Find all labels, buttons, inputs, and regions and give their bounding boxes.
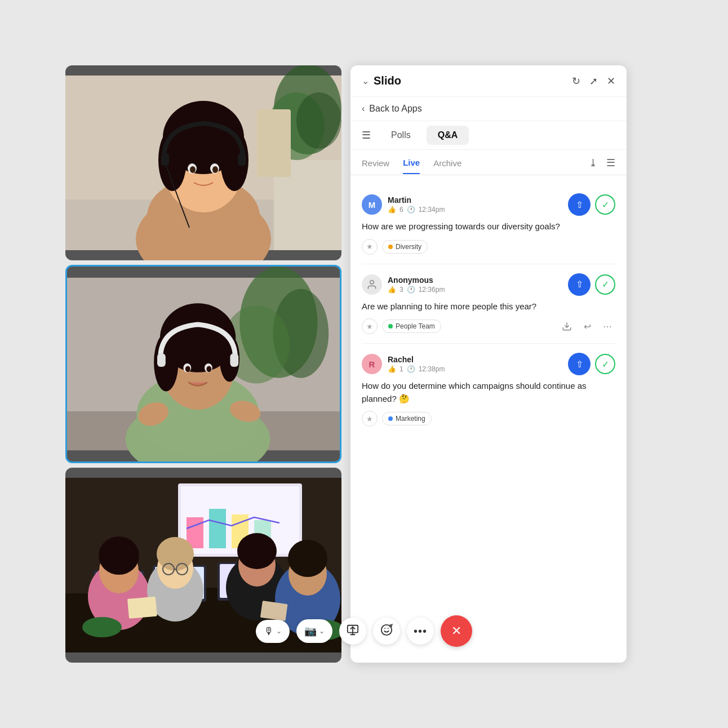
like-count: 6 xyxy=(399,206,403,214)
bottom-toolbar: 🎙 ⌄ 📷 ⌄ xyxy=(65,604,663,663)
svg-point-16 xyxy=(190,166,196,173)
svg-rect-47 xyxy=(209,509,226,548)
tab-polls[interactable]: Polls xyxy=(380,126,422,145)
svg-line-87 xyxy=(392,624,393,625)
svg-rect-39 xyxy=(157,353,166,367)
avatar: R xyxy=(362,354,382,374)
svg-point-5 xyxy=(296,92,341,149)
clock-icon: 🕐 xyxy=(407,206,415,214)
tag-dot xyxy=(388,245,393,249)
tag-label: People Team xyxy=(396,322,435,330)
sub-tab-review[interactable]: Review xyxy=(362,158,389,174)
expand-icon[interactable]: ⌄ xyxy=(362,76,369,86)
user-name: Anonymous xyxy=(388,276,445,285)
camera-button[interactable]: 📷 ⌄ xyxy=(296,619,332,643)
check-button[interactable]: ✓ xyxy=(595,274,615,295)
tag: Diversity xyxy=(382,240,428,254)
tag-label: Marketing xyxy=(396,415,425,423)
question-text: How do you determine which campaigns sho… xyxy=(362,380,615,405)
more-options-button[interactable]: ••• xyxy=(407,618,434,645)
star-button[interactable]: ★ xyxy=(362,318,378,334)
tag: People Team xyxy=(382,319,441,333)
like-icon: 👍 xyxy=(388,365,396,373)
upvote-button[interactable]: ⇧ xyxy=(568,353,591,375)
like-icon: 👍 xyxy=(388,286,396,294)
time-stamp: 12:38pm xyxy=(419,365,445,373)
mic-chevron-icon: ⌄ xyxy=(276,627,282,635)
check-button[interactable]: ✓ xyxy=(595,194,615,215)
svg-point-17 xyxy=(212,166,218,173)
video-tile-1 xyxy=(65,65,341,260)
avatar: M xyxy=(362,194,382,215)
svg-point-66 xyxy=(237,533,277,569)
svg-point-37 xyxy=(185,366,190,372)
download-icon[interactable]: ⤓ xyxy=(589,157,597,169)
end-call-icon: ✕ xyxy=(451,624,461,638)
svg-point-63 xyxy=(157,537,194,571)
star-button[interactable]: ★ xyxy=(362,239,378,255)
upvote-button[interactable]: ⇧ xyxy=(568,193,591,216)
close-icon[interactable]: ✕ xyxy=(607,75,615,87)
svg-point-69 xyxy=(288,540,327,577)
qa-item: Anonymous 👍 3 🕐 12:36pm ⇧ ✓ xyxy=(362,264,615,344)
video-tile-2 xyxy=(65,265,341,463)
back-label: Back to Apps xyxy=(369,104,421,114)
time-stamp: 12:34pm xyxy=(419,206,445,214)
more-icon[interactable]: ⋯ xyxy=(600,318,615,334)
app-title: Slido xyxy=(374,74,401,87)
avatar xyxy=(362,274,382,295)
question-text: Are we planning to hire more people this… xyxy=(362,300,615,313)
question-text: How are we progressing towards our diver… xyxy=(362,220,615,233)
back-arrow-icon: ‹ xyxy=(362,104,365,114)
refresh-icon[interactable]: ↻ xyxy=(572,75,580,87)
share-icon xyxy=(347,624,359,639)
user-meta: 👍 6 🕐 12:34pm xyxy=(388,206,445,214)
like-icon: 👍 xyxy=(388,206,396,214)
camera-chevron-icon: ⌄ xyxy=(319,627,325,635)
star-button[interactable]: ★ xyxy=(362,411,378,427)
filter-icon[interactable]: ☰ xyxy=(606,157,615,169)
svg-point-38 xyxy=(206,366,211,372)
qa-list: M Martin 👍 6 🕐 12:34pm ⇧ xyxy=(350,175,627,663)
share-screen-button[interactable] xyxy=(339,618,366,645)
qa-item: R Rachel 👍 1 🕐 12:38pm ⇧ xyxy=(362,344,615,436)
sub-tab-live[interactable]: Live xyxy=(403,158,420,174)
sub-tab-archive[interactable]: Archive xyxy=(433,158,461,174)
emoji-icon xyxy=(380,624,393,639)
user-name: Martin xyxy=(388,196,445,205)
sub-tab-bar: Review Live Archive ⤓ ☰ xyxy=(350,150,627,175)
svg-rect-6 xyxy=(257,109,291,177)
clock-icon: 🕐 xyxy=(407,365,415,373)
svg-rect-40 xyxy=(230,353,238,367)
qa-item: M Martin 👍 6 🕐 12:34pm ⇧ xyxy=(362,184,615,264)
end-call-button[interactable]: ✕ xyxy=(441,615,472,647)
slido-header: ⌄ Slido ↻ ➚ ✕ xyxy=(350,65,627,97)
back-nav[interactable]: ‹ Back to Apps xyxy=(350,97,627,121)
upvote-button[interactable]: ⇧ xyxy=(568,273,591,296)
more-icon: ••• xyxy=(414,625,427,638)
tag-dot xyxy=(388,416,393,421)
tab-bar: ☰ Polls Q&A xyxy=(350,121,627,150)
camera-icon: 📷 xyxy=(304,625,317,637)
mic-icon: 🎙 xyxy=(264,625,274,637)
user-meta: 👍 3 🕐 12:36pm xyxy=(388,286,445,294)
like-count: 1 xyxy=(399,365,403,373)
video-panel xyxy=(65,65,341,663)
svg-point-77 xyxy=(370,280,374,284)
save-tag-icon[interactable] xyxy=(559,318,575,334)
menu-icon[interactable]: ☰ xyxy=(362,129,371,141)
like-count: 3 xyxy=(399,286,403,294)
check-button[interactable]: ✓ xyxy=(595,354,615,374)
tag: Marketing xyxy=(382,412,432,425)
clock-icon: 🕐 xyxy=(407,286,415,294)
svg-rect-19 xyxy=(238,153,246,166)
reaction-button[interactable] xyxy=(373,618,400,645)
tag-dot xyxy=(388,324,393,329)
user-name: Rachel xyxy=(388,355,445,364)
mic-button[interactable]: 🎙 ⌄ xyxy=(256,620,290,643)
tab-qa[interactable]: Q&A xyxy=(427,126,469,145)
slido-panel: ⌄ Slido ↻ ➚ ✕ ‹ Back to Apps ☰ Polls Q&A… xyxy=(350,65,627,663)
user-meta: 👍 1 🕐 12:38pm xyxy=(388,365,445,373)
external-link-icon[interactable]: ➚ xyxy=(589,75,598,87)
reply-icon[interactable]: ↩ xyxy=(579,318,595,334)
